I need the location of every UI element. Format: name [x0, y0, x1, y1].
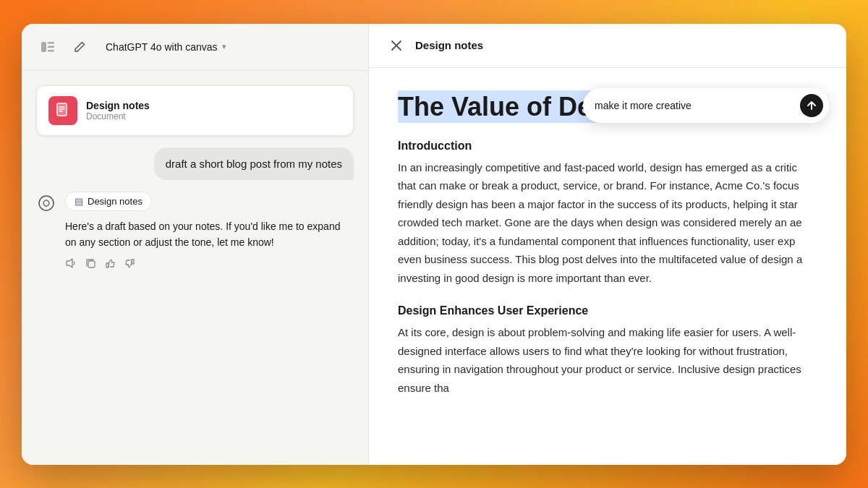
thumbdown-icon: [124, 258, 135, 269]
inline-input-bar: [583, 88, 829, 123]
right-panel: Design notes The Value of Design Introdu…: [369, 24, 846, 465]
ai-response: ▤ Design notes Here's a draft based on y…: [36, 192, 354, 272]
edit-icon: [74, 41, 85, 53]
new-chat-button[interactable]: [68, 35, 91, 59]
thumbup-button[interactable]: [105, 258, 116, 271]
ai-avatar: [36, 193, 56, 213]
app-window: ChatGPT 4o with canvas ▾: [22, 24, 846, 465]
attachment-subtitle: Document: [86, 111, 150, 121]
blog-intro-section: Introducction In an increasingly competi…: [398, 140, 817, 288]
left-panel: ChatGPT 4o with canvas ▾: [22, 24, 369, 465]
svg-rect-12: [132, 260, 134, 264]
source-chip-icon: ▤: [75, 196, 83, 207]
svg-rect-10: [88, 261, 95, 267]
openai-logo: [38, 194, 55, 212]
inline-prompt-input[interactable]: [595, 100, 794, 111]
blog-intro-label: Introducction: [398, 140, 817, 153]
panel-title: Design notes: [415, 39, 483, 51]
intro-label-ellipsis: c: [444, 140, 451, 152]
model-selector[interactable]: ChatGPT 4o with canvas ▾: [100, 38, 232, 56]
svg-rect-3: [48, 50, 54, 52]
svg-rect-0: [41, 42, 46, 52]
attachment-info: Design notes Document: [86, 100, 150, 121]
close-panel-button[interactable]: [386, 35, 407, 56]
left-content: Design notes Document draft a short blog…: [22, 71, 368, 465]
blog-section-2: Design Enhances User Experience At its c…: [398, 304, 817, 397]
close-icon: [391, 40, 401, 51]
source-chip-label: Design notes: [88, 196, 142, 207]
blog-paragraph-1: In an increasingly competitive and fast-…: [398, 158, 817, 288]
svg-marker-9: [67, 259, 72, 267]
copy-icon: [85, 258, 96, 269]
svg-rect-11: [106, 263, 109, 267]
right-header: Design notes: [369, 24, 846, 68]
attachment-icon: [48, 96, 77, 125]
thumbup-icon: [105, 258, 116, 269]
speaker-icon: [65, 257, 77, 269]
intro-label-text: Introduc: [398, 140, 444, 152]
left-header: ChatGPT 4o with canvas ▾: [22, 24, 368, 71]
submit-arrow-icon: [807, 100, 817, 111]
attachment-title: Design notes: [86, 100, 150, 111]
action-icons: [65, 257, 354, 271]
thumbdown-button[interactable]: [124, 258, 135, 271]
source-chip[interactable]: ▤ Design notes: [65, 192, 152, 211]
copy-button[interactable]: [85, 258, 96, 271]
blog-paragraph-2: At its core, design is about problem-sol…: [398, 323, 817, 397]
speak-button[interactable]: [65, 257, 77, 271]
sidebar-toggle-button[interactable]: [36, 35, 59, 59]
ai-response-text: Here's a draft based on your notes. If y…: [65, 218, 354, 251]
sidebar-icon: [41, 42, 54, 52]
model-label: ChatGPT 4o with canvas: [106, 41, 218, 53]
right-content: The Value of Design Introducction In an …: [369, 68, 846, 465]
ai-content: ▤ Design notes Here's a draft based on y…: [65, 192, 354, 272]
blog-section-2-title: Design Enhances User Experience: [398, 304, 817, 317]
attachment-card[interactable]: Design notes Document: [36, 85, 354, 136]
user-message-bubble: draft a short blog post from my notes: [154, 147, 354, 180]
user-message-text: draft a short blog post from my notes: [166, 158, 342, 170]
dropdown-icon: ▾: [222, 42, 226, 51]
inline-submit-button[interactable]: [800, 94, 823, 117]
document-icon: [56, 103, 70, 119]
svg-rect-1: [48, 42, 54, 44]
svg-rect-2: [48, 46, 54, 48]
